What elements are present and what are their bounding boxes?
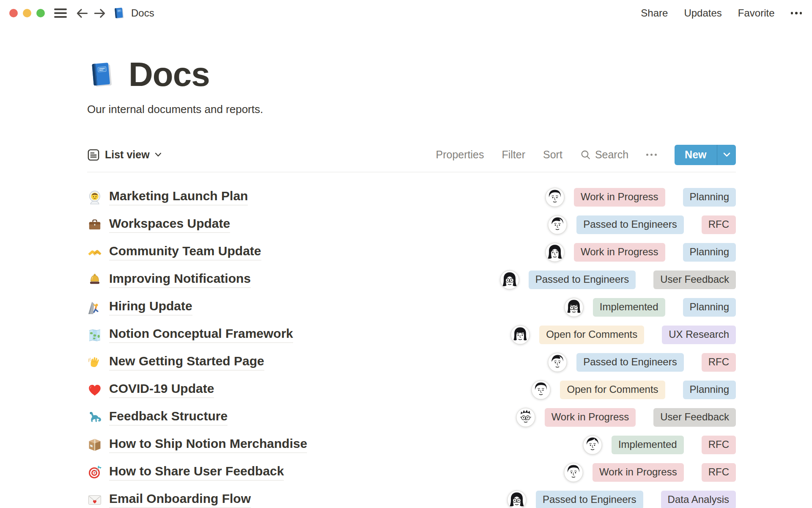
avatar-man (548, 353, 567, 372)
search-button[interactable]: Search (580, 149, 628, 161)
category-pill[interactable]: UX Research (662, 326, 736, 344)
page-header: Docs Our internal documents and reports. (87, 58, 736, 117)
world-map-icon (87, 327, 102, 342)
status-pill[interactable]: Passed to Engineers (576, 353, 683, 372)
search-label: Search (595, 149, 628, 161)
category-pill[interactable]: User Feedback (653, 408, 736, 427)
love-letter-icon (87, 492, 102, 508)
filter-button[interactable]: Filter (502, 149, 525, 161)
toolbar-divider (87, 172, 736, 173)
status-pill[interactable]: Implemented (612, 436, 684, 454)
forward-arrow-icon[interactable] (93, 6, 107, 20)
avatar-man (564, 463, 583, 482)
favorite-button[interactable]: Favorite (738, 7, 775, 19)
status-pill[interactable]: Work in Progress (545, 408, 636, 427)
blue-book-page-icon[interactable] (87, 58, 115, 91)
briefcase-icon (87, 217, 102, 232)
list-item[interactable]: How to Share User Feedback Work in Progr… (87, 458, 736, 486)
titlebar-actions: Share Updates Favorite (641, 7, 802, 19)
breadcrumb-page-title[interactable]: Docs (131, 7, 154, 19)
doc-title-link[interactable]: Feedback Structure (109, 409, 228, 425)
category-pill[interactable]: User Feedback (653, 271, 736, 289)
doc-title-link[interactable]: New Getting Started Page (109, 354, 264, 370)
category-pill[interactable]: Data Analysis (661, 491, 736, 508)
view-switcher[interactable]: List view (87, 149, 162, 161)
bellhop-bell-icon (87, 272, 102, 287)
status-pill[interactable]: Open for Comments (560, 381, 665, 399)
package-icon (87, 437, 102, 453)
list-item[interactable]: Marketing Launch Plan Work in Progress P… (87, 183, 736, 211)
close-window-button[interactable] (9, 9, 18, 17)
status-pill[interactable]: Work in Progress (574, 243, 665, 262)
list-item[interactable]: Hiring Update Implemented Planning (87, 293, 736, 321)
avatar-woman-glasses (500, 270, 519, 290)
status-pill[interactable]: Passed to Engineers (529, 271, 636, 289)
category-pill[interactable]: Planning (683, 188, 736, 207)
updates-button[interactable]: Updates (684, 7, 721, 19)
list-item[interactable]: Feedback Structure Work in Progress User… (87, 403, 736, 431)
astronaut-icon (87, 190, 102, 205)
doc-title-link[interactable]: How to Ship Notion Merchandise (109, 436, 307, 453)
list-item[interactable]: Community Team Update Work in Progress P… (87, 238, 736, 266)
chevron-down-icon (155, 152, 162, 157)
list-item[interactable]: Workspaces Update Passed to Engineers RF… (87, 211, 736, 238)
minimize-window-button[interactable] (23, 9, 31, 17)
category-pill[interactable]: RFC (702, 353, 736, 372)
status-pill[interactable]: Passed to Engineers (536, 491, 643, 508)
list-view-icon (87, 149, 100, 161)
share-button[interactable]: Share (641, 7, 668, 19)
category-pill[interactable]: RFC (702, 215, 736, 234)
list-item[interactable]: Improving Notifications Passed to Engine… (87, 266, 736, 293)
blue-book-icon (112, 6, 125, 20)
doc-title-link[interactable]: Hiring Update (109, 299, 192, 315)
view-switcher-label: List view (105, 149, 150, 161)
doc-title-link[interactable]: COVID-19 Update (109, 381, 214, 398)
handshake-icon (87, 245, 102, 260)
titlebar: Docs Share Updates Favorite (0, 0, 812, 26)
avatar-man (531, 380, 551, 400)
more-options-icon[interactable] (791, 12, 802, 14)
list-item[interactable]: COVID-19 Update Open for Comments Planni… (87, 376, 736, 403)
sidebar-menu-icon[interactable] (54, 8, 67, 18)
doc-title-link[interactable]: How to Share User Feedback (109, 464, 284, 480)
doc-title-link[interactable]: Improving Notifications (109, 271, 251, 288)
doc-title-link[interactable]: Community Team Update (109, 244, 261, 260)
category-pill[interactable]: Planning (683, 298, 736, 317)
list-item[interactable]: Notion Conceptual Framework Open for Com… (87, 321, 736, 348)
status-pill[interactable]: Work in Progress (593, 463, 684, 482)
status-pill[interactable]: Passed to Engineers (576, 215, 683, 234)
person-climbing-icon (87, 300, 102, 315)
list-item[interactable]: New Getting Started Page Passed to Engin… (87, 348, 736, 376)
avatar-man-glasses (516, 408, 535, 427)
avatar-woman (545, 243, 565, 262)
new-button[interactable]: New (675, 145, 736, 165)
status-pill[interactable]: Implemented (593, 298, 665, 317)
avatar-woman (510, 325, 530, 345)
page-subtitle[interactable]: Our internal documents and reports. (87, 102, 736, 117)
category-pill[interactable]: Planning (683, 243, 736, 262)
toolbar-actions: Properties Filter Sort Search New (436, 145, 736, 165)
status-pill[interactable]: Work in Progress (574, 188, 665, 207)
status-pill[interactable]: Open for Comments (539, 326, 644, 344)
avatar-man (583, 435, 602, 455)
list-item[interactable]: How to Ship Notion Merchandise Implement… (87, 431, 736, 458)
doc-title-link[interactable]: Workspaces Update (109, 216, 230, 233)
category-pill[interactable]: RFC (702, 463, 736, 482)
search-icon (580, 149, 591, 160)
document-list: Marketing Launch Plan Work in Progress P… (87, 183, 736, 508)
category-pill[interactable]: Planning (683, 381, 736, 399)
doc-title-link[interactable]: Marketing Launch Plan (109, 189, 248, 205)
red-heart-icon (87, 382, 102, 398)
new-button-label[interactable]: New (675, 145, 716, 165)
list-item[interactable]: Email Onboarding Flow Passed to Engineer… (87, 486, 736, 508)
category-pill[interactable]: RFC (702, 436, 736, 454)
zoom-window-button[interactable] (36, 9, 45, 17)
doc-title-link[interactable]: Email Onboarding Flow (109, 491, 251, 508)
toolbar-more-icon[interactable] (646, 154, 657, 156)
page-title[interactable]: Docs (129, 58, 210, 91)
doc-title-link[interactable]: Notion Conceptual Framework (109, 326, 293, 343)
back-arrow-icon[interactable] (75, 6, 89, 20)
properties-button[interactable]: Properties (436, 149, 484, 161)
sort-button[interactable]: Sort (543, 149, 562, 161)
new-button-dropdown[interactable] (717, 145, 736, 165)
